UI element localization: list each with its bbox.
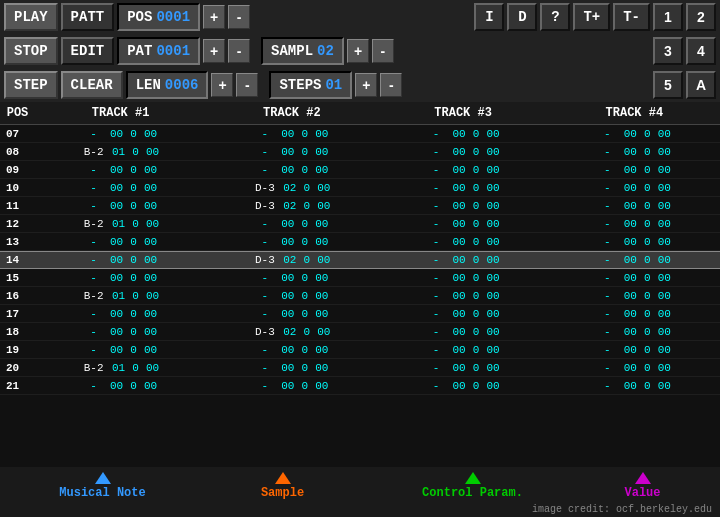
track3-cell[interactable]: -00000 (378, 287, 549, 304)
track2-cell[interactable]: D-302000 (206, 197, 377, 214)
table-row[interactable]: 11-00000D-302000-00000-00000 (0, 197, 720, 215)
track4-cell[interactable]: -00000 (549, 215, 720, 232)
track1-cell[interactable]: -00000 (35, 252, 206, 268)
track3-cell[interactable]: -00000 (378, 233, 549, 250)
n3-button[interactable]: 3 (653, 37, 683, 65)
track1-cell[interactable]: -00000 (35, 323, 206, 340)
table-row[interactable]: 19-00000-00000-00000-00000 (0, 341, 720, 359)
table-row[interactable]: 13-00000-00000-00000-00000 (0, 233, 720, 251)
table-row[interactable]: 21-00000-00000-00000-00000 (0, 377, 720, 395)
steps-minus-button[interactable]: - (380, 73, 402, 97)
track3-cell[interactable]: -00000 (378, 252, 549, 268)
step-button[interactable]: STEP (4, 71, 58, 99)
track1-cell[interactable]: -00000 (35, 305, 206, 322)
track1-cell[interactable]: -00000 (35, 179, 206, 196)
track1-cell[interactable]: -00000 (35, 125, 206, 142)
track3-cell[interactable]: -00000 (378, 143, 549, 160)
table-row[interactable]: 16B-201000-00000-00000-00000 (0, 287, 720, 305)
track4-cell[interactable]: -00000 (549, 341, 720, 358)
table-row[interactable]: 14-00000D-302000-00000-00000 (0, 251, 720, 269)
track3-cell[interactable]: -00000 (378, 359, 549, 376)
len-minus-button[interactable]: - (236, 73, 258, 97)
track4-cell[interactable]: -00000 (549, 179, 720, 196)
track4-cell[interactable]: -00000 (549, 287, 720, 304)
track3-cell[interactable]: -00000 (378, 197, 549, 214)
track2-cell[interactable]: -00000 (206, 305, 377, 322)
steps-plus-button[interactable]: + (355, 73, 377, 97)
table-row[interactable]: 17-00000-00000-00000-00000 (0, 305, 720, 323)
track2-cell[interactable]: -00000 (206, 125, 377, 142)
track4-cell[interactable]: -00000 (549, 359, 720, 376)
na-button[interactable]: A (686, 71, 716, 99)
track2-cell[interactable]: -00000 (206, 341, 377, 358)
table-row[interactable]: 09-00000-00000-00000-00000 (0, 161, 720, 179)
track3-cell[interactable]: -00000 (378, 179, 549, 196)
track3-cell[interactable]: -00000 (378, 305, 549, 322)
edit-button[interactable]: EDIT (61, 37, 115, 65)
sampl-minus-button[interactable]: - (372, 39, 394, 63)
n4-button[interactable]: 4 (686, 37, 716, 65)
pos-minus-button[interactable]: - (228, 5, 250, 29)
track2-cell[interactable]: D-302000 (206, 252, 377, 268)
table-row[interactable]: 20B-201000-00000-00000-00000 (0, 359, 720, 377)
track4-cell[interactable]: -00000 (549, 269, 720, 286)
track2-cell[interactable]: -00000 (206, 269, 377, 286)
track1-cell[interactable]: B-201000 (35, 143, 206, 160)
patt-button[interactable]: PATT (61, 3, 115, 31)
n5-button[interactable]: 5 (653, 71, 683, 99)
track2-cell[interactable]: -00000 (206, 215, 377, 232)
track3-cell[interactable]: -00000 (378, 341, 549, 358)
track4-cell[interactable]: -00000 (549, 161, 720, 178)
table-row[interactable]: 07-00000-00000-00000-00000 (0, 125, 720, 143)
track4-cell[interactable]: -00000 (549, 377, 720, 394)
track1-cell[interactable]: -00000 (35, 377, 206, 394)
table-row[interactable]: 12B-201000-00000-00000-00000 (0, 215, 720, 233)
pat-plus-button[interactable]: + (203, 39, 225, 63)
track3-cell[interactable]: -00000 (378, 161, 549, 178)
pat-minus-button[interactable]: - (228, 39, 250, 63)
track4-cell[interactable]: -00000 (549, 125, 720, 142)
table-row[interactable]: 10-00000D-302000-00000-00000 (0, 179, 720, 197)
track4-cell[interactable]: -00000 (549, 252, 720, 268)
track1-cell[interactable]: B-201000 (35, 359, 206, 376)
tminus-button[interactable]: T- (613, 3, 650, 31)
track2-cell[interactable]: -00000 (206, 143, 377, 160)
track3-cell[interactable]: -00000 (378, 125, 549, 142)
n2-button[interactable]: 2 (686, 3, 716, 31)
track1-cell[interactable]: -00000 (35, 161, 206, 178)
track3-cell[interactable]: -00000 (378, 215, 549, 232)
track4-cell[interactable]: -00000 (549, 305, 720, 322)
clear-button[interactable]: CLEAR (61, 71, 123, 99)
table-row[interactable]: 18-00000D-302000-00000-00000 (0, 323, 720, 341)
track4-cell[interactable]: -00000 (549, 323, 720, 340)
i-button[interactable]: I (474, 3, 504, 31)
n1-button[interactable]: 1 (653, 3, 683, 31)
track3-cell[interactable]: -00000 (378, 323, 549, 340)
track3-cell[interactable]: -00000 (378, 377, 549, 394)
track2-cell[interactable]: -00000 (206, 287, 377, 304)
sampl-plus-button[interactable]: + (347, 39, 369, 63)
track1-cell[interactable]: B-201000 (35, 215, 206, 232)
track2-cell[interactable]: -00000 (206, 359, 377, 376)
table-row[interactable]: 08B-201000-00000-00000-00000 (0, 143, 720, 161)
stop-button[interactable]: STOP (4, 37, 58, 65)
track4-cell[interactable]: -00000 (549, 197, 720, 214)
track2-cell[interactable]: D-302000 (206, 179, 377, 196)
track1-cell[interactable]: -00000 (35, 341, 206, 358)
track2-cell[interactable]: -00000 (206, 161, 377, 178)
len-plus-button[interactable]: + (211, 73, 233, 97)
track2-cell[interactable]: D-302000 (206, 323, 377, 340)
track4-cell[interactable]: -00000 (549, 143, 720, 160)
d-button[interactable]: D (507, 3, 537, 31)
track1-cell[interactable]: B-201000 (35, 287, 206, 304)
tplus-button[interactable]: T+ (573, 3, 610, 31)
track1-cell[interactable]: -00000 (35, 269, 206, 286)
track4-cell[interactable]: -00000 (549, 233, 720, 250)
track2-cell[interactable]: -00000 (206, 233, 377, 250)
q-button[interactable]: ? (540, 3, 570, 31)
track1-cell[interactable]: -00000 (35, 197, 206, 214)
track3-cell[interactable]: -00000 (378, 269, 549, 286)
track1-cell[interactable]: -00000 (35, 233, 206, 250)
play-button[interactable]: PLAY (4, 3, 58, 31)
track2-cell[interactable]: -00000 (206, 377, 377, 394)
